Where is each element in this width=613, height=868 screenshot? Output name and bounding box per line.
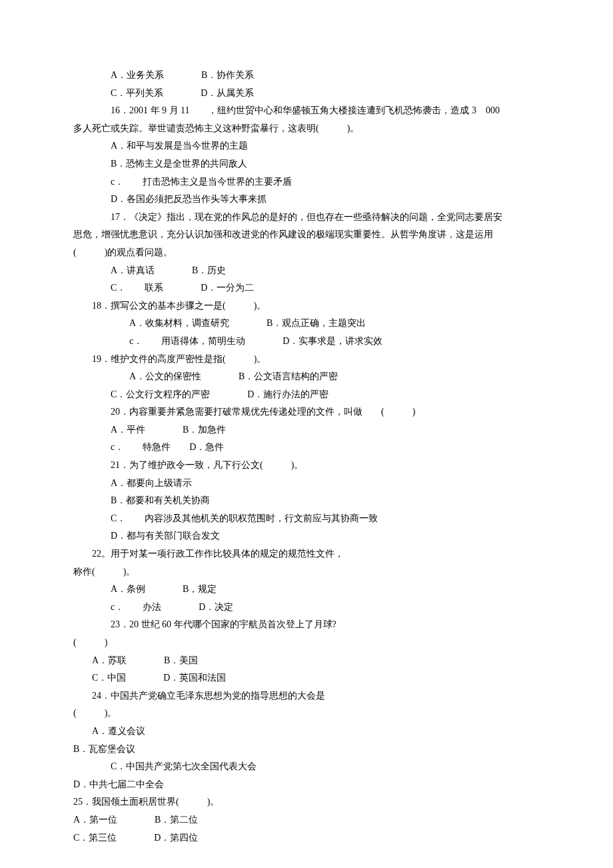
text-line: D．中共七届二中全会 xyxy=(73,776,540,794)
text-line: 18．撰写公文的基本步骤之一是( )。 xyxy=(73,297,540,315)
text-line: 20．内容重要并紧急需要打破常规优先传递处理的文件，叫做 ( ) xyxy=(73,403,540,421)
text-line: A．遵义会议 xyxy=(73,723,540,741)
text-line: C． 联系 D．一分为二 xyxy=(73,279,540,297)
text-line: 25．我国领土面积居世界( )。 xyxy=(73,793,540,811)
text-line: c． 打击恐怖主义是当今世界的主要矛盾 xyxy=(73,173,540,191)
document-body: A．业务关系 B．协作关系C．平列关系 D．从属关系16．2001 年 9 月 … xyxy=(73,67,540,847)
text-line: A．第一位 B．第二位 xyxy=(73,811,540,829)
text-line: 16．2001 年 9 月 11 ，纽约世贸中心和华盛顿五角大楼接连遭到飞机恐怖… xyxy=(73,102,540,120)
text-line: c． 用语得体，简明生动 D．实事求是，讲求实效 xyxy=(73,333,540,351)
text-line: c． 办法 D．决定 xyxy=(73,599,540,617)
text-line: A．业务关系 B．协作关系 xyxy=(73,67,540,85)
text-line: C．第三位 D．第四位 xyxy=(73,829,540,847)
text-line: ( ) xyxy=(73,634,540,652)
text-line: 思危，增强忧患意识，充分认识加强和改进党的作风建设的极端现实重要性。从哲学角度讲… xyxy=(73,226,540,244)
text-line: C．中国共产党第七次全国代表大会 xyxy=(73,758,540,776)
text-line: 17．《决定》指出，现在党的作风总的是好的，但也存在一些亟待解决的问题，全党同志… xyxy=(73,209,540,227)
text-line: 多人死亡或失踪。举世谴责恐怖主义这种野蛮暴行，这表明( )。 xyxy=(73,120,540,138)
text-line: c． 特急件 D．急件 xyxy=(73,439,540,457)
text-line: 23．20 世纪 60 年代哪个国家的宇航员首次登上了月球? xyxy=(73,616,540,634)
text-line: 22。用于对某一项行政工作作比较具体的规定的规范性文件， xyxy=(73,545,540,563)
text-line: B．都要和有关机关协商 xyxy=(73,492,540,510)
text-line: B．瓦窑堡会议 xyxy=(73,741,540,759)
text-line: A．苏联 B．美国 xyxy=(73,652,540,670)
text-line: 24．中国共产党确立毛泽东思想为党的指导思想的大会是 xyxy=(73,687,540,705)
text-line: D．各国必须把反恐当作头等大事来抓 xyxy=(73,191,540,209)
text-line: 19．维护文件的高度严密性是指( )。 xyxy=(73,351,540,369)
text-line: C． 内容涉及其他机关的职权范围时，行文前应与其协商一致 xyxy=(73,510,540,528)
text-line: B．恐怖主义是全世界的共同敌人 xyxy=(73,155,540,173)
text-line: A．收集材料，调查研究 B．观点正确，主题突出 xyxy=(73,315,540,333)
text-line: A．公文的保密性 B．公文语言结构的严密 xyxy=(73,368,540,386)
text-line: 21．为了维护政令一致，凡下行公文( )。 xyxy=(73,457,540,475)
text-line: A．条例 B，规定 xyxy=(73,581,540,599)
text-line: A．和平与发展是当今世界的主题 xyxy=(73,137,540,155)
text-line: A．讲真话 B．历史 xyxy=(73,262,540,280)
text-line: C．平列关系 D．从属关系 xyxy=(73,85,540,103)
text-line: D．都与有关部门联合发文 xyxy=(73,527,540,545)
text-line: C．中国 D．英国和法国 xyxy=(73,669,540,687)
text-line: ( )。 xyxy=(73,705,540,723)
text-line: ( )的观点看问题。 xyxy=(73,244,540,262)
text-line: A．都要向上级请示 xyxy=(73,475,540,493)
text-line: C．公文行文程序的严密 D．施行办法的严密 xyxy=(73,386,540,404)
text-line: A．平件 B．加急件 xyxy=(73,421,540,439)
text-line: 称作( )。 xyxy=(73,563,540,581)
